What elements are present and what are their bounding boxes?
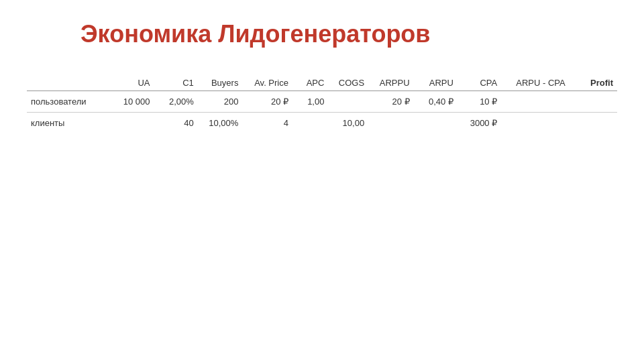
header-av-price: Av. Price <box>242 75 292 91</box>
header-label <box>27 75 102 91</box>
header-ua: UA <box>102 75 154 91</box>
row2-apc <box>292 113 328 134</box>
page-container: Экономика Лидогенераторов UA C1 Buyers A… <box>0 0 644 362</box>
row1-apc: 1,00 <box>292 91 328 113</box>
row1-ua: 10 000 <box>102 91 154 113</box>
row1-cpa: 10 ₽ <box>458 91 501 113</box>
row2-cogs: 10,00 <box>328 113 368 134</box>
row1-c1: 2,00% <box>154 91 197 113</box>
row2-arpu-cpa <box>501 113 569 134</box>
row2-ua <box>102 113 154 134</box>
page-title: Экономика Лидогенераторов <box>80 20 617 48</box>
table-header-row: UA C1 Buyers Av. Price APC COGS ARPPU AR… <box>27 75 617 91</box>
row2-arppu <box>368 113 413 134</box>
header-arpu-cpa: ARPU - CPA <box>501 75 569 91</box>
header-apc: APC <box>292 75 328 91</box>
row2-c1: 40 <box>154 113 197 134</box>
header-cogs: COGS <box>328 75 368 91</box>
row1-cogs <box>328 91 368 113</box>
row1-arpu-cpa <box>501 91 569 113</box>
row2-arpu <box>414 113 458 134</box>
row1-label: пользователи <box>27 91 102 113</box>
header-cpa: CPA <box>458 75 501 91</box>
economics-table: UA C1 Buyers Av. Price APC COGS ARPPU AR… <box>27 75 617 133</box>
row2-buyers: 10,00% <box>198 113 243 134</box>
row1-buyers: 200 <box>198 91 243 113</box>
header-profit: Profit <box>570 75 617 91</box>
table-row: клиенты 40 10,00% 4 10,00 3000 ₽ <box>27 113 617 134</box>
row2-profit <box>570 113 617 134</box>
header-arppu: ARPPU <box>368 75 413 91</box>
row2-cpa: 3000 ₽ <box>458 113 501 134</box>
row1-arppu: 20 ₽ <box>368 91 413 113</box>
table-wrapper: UA C1 Buyers Av. Price APC COGS ARPPU AR… <box>27 75 617 133</box>
row2-label: клиенты <box>27 113 102 134</box>
header-c1: C1 <box>154 75 197 91</box>
row1-av-price: 20 ₽ <box>242 91 292 113</box>
row1-profit <box>570 91 617 113</box>
header-buyers: Buyers <box>198 75 243 91</box>
row1-arpu: 0,40 ₽ <box>414 91 458 113</box>
row2-av-price: 4 <box>242 113 292 134</box>
table-row: пользователи 10 000 2,00% 200 20 ₽ 1,00 … <box>27 91 617 113</box>
header-arpu: ARPU <box>414 75 458 91</box>
